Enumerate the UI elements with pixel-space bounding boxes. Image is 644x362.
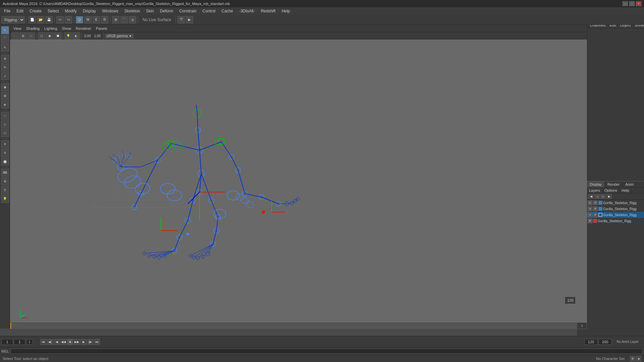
- layer-row-1[interactable]: V P Gorilla_Skeleton_Rigg: [587, 200, 644, 206]
- lasso-tool[interactable]: ⌒: [1, 35, 9, 43]
- layer-v-2[interactable]: V: [588, 206, 592, 211]
- skin-tool[interactable]: ⬤: [1, 158, 9, 166]
- new-scene-btn[interactable]: 📄: [29, 16, 36, 23]
- show-hide[interactable]: ◈: [1, 101, 9, 109]
- ik-tool[interactable]: ↯: [1, 149, 9, 157]
- layer-prev-btn[interactable]: ◀: [588, 194, 594, 199]
- menu-edit[interactable]: Edit: [14, 8, 26, 14]
- layer-v-3[interactable]: V: [588, 213, 592, 217]
- show-manip[interactable]: ⊞: [1, 92, 9, 100]
- menu-file[interactable]: File: [1, 8, 13, 14]
- deform-tool[interactable]: ⌨: [1, 169, 9, 177]
- redo-btn[interactable]: ↪: [65, 16, 72, 23]
- layer-tab-display[interactable]: Display: [587, 181, 605, 187]
- texture-btn[interactable]: 🔲: [54, 32, 61, 40]
- constraint-tool[interactable]: ⚙: [1, 177, 9, 185]
- step-fwd-btn[interactable]: ▶: [80, 339, 87, 345]
- select-tool-left[interactable]: ↖: [1, 26, 9, 34]
- move-tool-left[interactable]: ⊕: [1, 55, 9, 63]
- surface-model[interactable]: ◇: [1, 120, 9, 128]
- maximize-button[interactable]: □: [629, 1, 635, 6]
- snap-grid[interactable]: ⊞: [112, 16, 119, 23]
- play-fwd-btn[interactable]: ▶▶: [74, 339, 80, 345]
- save-btn[interactable]: 💾: [45, 16, 53, 23]
- layer-p-3[interactable]: P: [593, 213, 598, 217]
- menu-cache[interactable]: Cache: [219, 8, 236, 14]
- stop-btn[interactable]: ■: [67, 339, 73, 345]
- play-back-btn[interactable]: ◀◀: [60, 339, 66, 345]
- current-frame-input[interactable]: [1, 339, 13, 345]
- layer-tab-anim[interactable]: Anim: [623, 181, 637, 187]
- mel-input[interactable]: [10, 349, 643, 354]
- menu-select[interactable]: Select: [45, 8, 61, 14]
- menu-skin[interactable]: Skin: [144, 8, 157, 14]
- status-btn1[interactable]: ⚙: [630, 356, 635, 361]
- frame-checkbox[interactable]: 1: [26, 339, 33, 345]
- render-btn[interactable]: ▶: [186, 16, 193, 23]
- layer-row-2[interactable]: V P Gorilla_Skeleton_Rigg: [587, 206, 644, 212]
- layer-sub-layers[interactable]: Layers: [587, 188, 602, 193]
- layer-r-4[interactable]: R: [588, 219, 592, 223]
- anim-tool[interactable]: ⏱: [1, 186, 9, 194]
- fit-btn[interactable]: ⊞: [19, 32, 27, 40]
- menu-constrain[interactable]: Constrain: [176, 8, 199, 14]
- frame-all[interactable]: □: [28, 32, 35, 40]
- layer-next2-btn[interactable]: ▷: [600, 194, 606, 199]
- minimize-button[interactable]: —: [623, 1, 628, 6]
- menu-3dtoall[interactable]: -3DtoAll-: [236, 8, 258, 14]
- viewport-view-menu[interactable]: View: [11, 26, 23, 31]
- go-end-btn[interactable]: ⏭: [94, 339, 100, 345]
- rotate-tool[interactable]: E: [93, 16, 100, 23]
- smooth-btn[interactable]: ◉: [46, 32, 53, 40]
- prev-key-btn[interactable]: ◀|: [47, 339, 53, 345]
- viewport-lighting-menu[interactable]: Lighting: [42, 26, 59, 31]
- layer-p-2[interactable]: P: [593, 206, 598, 211]
- menu-windows[interactable]: Windows: [99, 8, 121, 14]
- menu-control[interactable]: Control: [200, 8, 218, 14]
- light-btn[interactable]: 💡: [64, 32, 72, 40]
- menu-help[interactable]: Help: [279, 8, 293, 14]
- wireframe-btn[interactable]: ⬡: [38, 32, 45, 40]
- open-btn[interactable]: 📂: [37, 16, 44, 23]
- menu-modify[interactable]: Modify: [62, 8, 79, 14]
- viewport-canvas[interactable]: persp x y: [10, 40, 587, 328]
- nurbs-model[interactable]: ⬡: [1, 129, 9, 137]
- render-settings-btn[interactable]: 🎬: [177, 16, 185, 23]
- camera-btn[interactable]: 🎥: [11, 32, 19, 40]
- shadow-btn[interactable]: ◐: [72, 32, 80, 40]
- snap-point[interactable]: ◎: [129, 16, 136, 23]
- layer-row-3[interactable]: V P Gorilla_Skeleton_Rigg: [587, 212, 644, 218]
- menu-redshift[interactable]: Redshift: [258, 8, 278, 14]
- scale-tool[interactable]: R: [101, 16, 108, 23]
- menu-skeleton[interactable]: Skeleton: [122, 8, 143, 14]
- move-tool[interactable]: W: [84, 16, 92, 23]
- joint-tool[interactable]: ✦: [1, 140, 9, 148]
- rotate-tool-left[interactable]: ↻: [1, 63, 9, 71]
- snap-curve[interactable]: ⌒: [120, 16, 128, 23]
- layer-sub-options[interactable]: Options: [602, 188, 620, 193]
- select-tool[interactable]: Q: [76, 16, 83, 23]
- timeline-scroll-right[interactable]: 1: [577, 322, 587, 329]
- scale-tool-left[interactable]: ⤢: [1, 72, 9, 80]
- viewport-show-menu[interactable]: Show: [60, 26, 73, 31]
- soft-mod-tool[interactable]: ◉: [1, 83, 9, 91]
- undo-btn[interactable]: ↩: [56, 16, 64, 23]
- step-back-btn[interactable]: ◀: [54, 339, 60, 345]
- viewport-shading-menu[interactable]: Shading: [24, 26, 42, 31]
- mode-dropdown[interactable]: Rigging: [1, 16, 25, 23]
- end-frame-input[interactable]: [584, 339, 598, 345]
- status-btn2[interactable]: ◈: [636, 356, 641, 361]
- start-frame-input[interactable]: [14, 339, 25, 345]
- layer-v-1[interactable]: V: [588, 200, 592, 205]
- layer-row-4[interactable]: R Gorilla_Skeleton_Rigg: [587, 218, 644, 224]
- poly-model[interactable]: □: [1, 112, 9, 120]
- layer-prev2-btn[interactable]: ◁: [594, 194, 600, 199]
- close-button[interactable]: ✕: [636, 1, 641, 6]
- layer-sub-help[interactable]: Help: [620, 188, 632, 193]
- viewport-panels-menu[interactable]: Panels: [94, 26, 109, 31]
- go-start-btn[interactable]: ⏮: [40, 339, 46, 345]
- menu-create[interactable]: Create: [27, 8, 44, 14]
- menu-deform[interactable]: Deform: [157, 8, 176, 14]
- render-tool[interactable]: 💡: [1, 195, 9, 203]
- play-end-input[interactable]: [598, 339, 612, 345]
